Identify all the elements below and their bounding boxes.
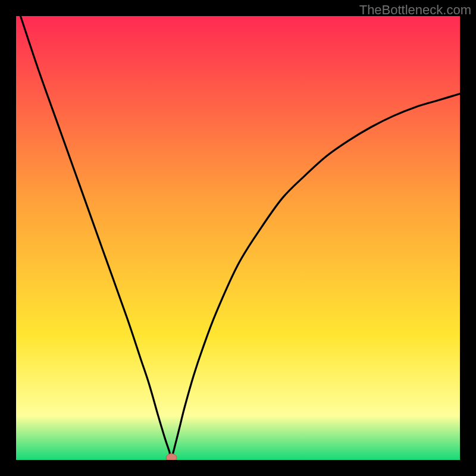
watermark-text: TheBottleneck.com [359,2,471,18]
chart-frame: TheBottleneck.com [0,0,476,476]
optimum-marker [166,454,177,460]
plot-area [16,16,460,460]
gradient-background [16,16,460,460]
bottleneck-chart [16,16,460,460]
